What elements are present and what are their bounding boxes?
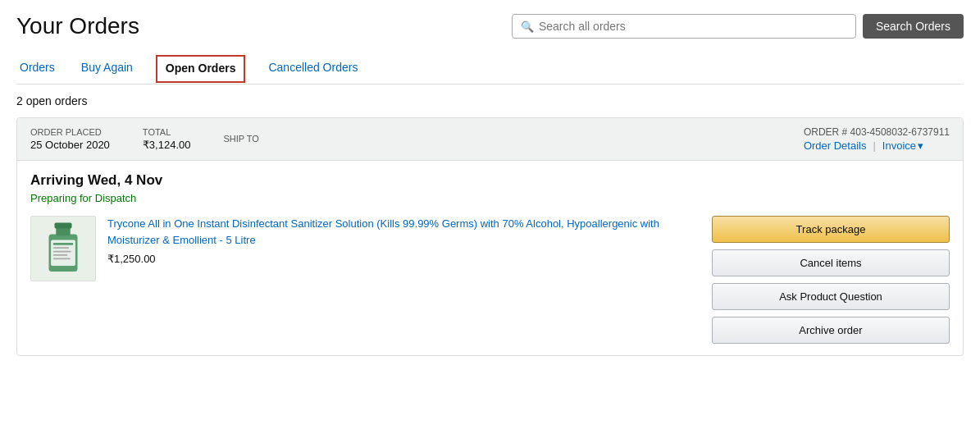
search-orders-button[interactable]: Search Orders: [863, 14, 964, 39]
archive-order-button[interactable]: Archive order: [712, 317, 950, 344]
search-box: 🔍: [512, 14, 856, 39]
page-title: Your Orders: [16, 13, 139, 39]
product-image-svg: [39, 220, 88, 277]
dispatch-status: Preparing for Dispatch: [30, 192, 950, 204]
product-image: [30, 216, 96, 281]
order-action-links: Order Details | Invoice ▾: [804, 139, 950, 152]
order-details-link[interactable]: Order Details: [804, 139, 867, 152]
cancel-items-button[interactable]: Cancel items: [712, 249, 950, 276]
svg-rect-2: [55, 223, 72, 229]
tab-orders[interactable]: Orders: [16, 53, 58, 84]
ask-product-question-button[interactable]: Ask Product Question: [712, 283, 950, 310]
page-header: Your Orders 🔍 Search Orders: [16, 13, 964, 39]
svg-rect-4: [53, 243, 74, 245]
chevron-down-icon: ▾: [918, 139, 923, 152]
order-total-value: ₹3,124.00: [143, 139, 191, 151]
order-total-label: TOTAL: [143, 127, 191, 137]
invoice-label: Invoice: [882, 139, 916, 152]
order-number-section: ORDER # 403-4508032-6737911 Order Detail…: [804, 126, 950, 152]
order-ship-to-section: SHIP TO: [223, 134, 258, 145]
track-package-button[interactable]: Track package: [712, 216, 950, 243]
order-number: ORDER # 403-4508032-6737911: [804, 126, 950, 138]
tab-cancelled-orders[interactable]: Cancelled Orders: [265, 53, 361, 84]
order-total-section: TOTAL ₹3,124.00: [143, 127, 191, 151]
order-placed-label: ORDER PLACED: [30, 127, 110, 137]
tabs-nav: Orders Buy Again Open Orders Cancelled O…: [16, 53, 964, 84]
tab-open-orders[interactable]: Open Orders: [156, 55, 246, 83]
product-name[interactable]: Trycone All in One Instant Disinfectant …: [107, 216, 695, 248]
order-placed-section: ORDER PLACED 25 October 2020: [30, 127, 110, 151]
order-placed-value: 25 October 2020: [30, 139, 110, 151]
order-count: 2 open orders: [16, 94, 964, 107]
order-content: Trycone All in One Instant Disinfectant …: [30, 216, 950, 344]
invoice-dropdown[interactable]: Invoice ▾: [882, 139, 923, 152]
search-input[interactable]: [539, 20, 847, 33]
search-area: 🔍 Search Orders: [512, 14, 964, 39]
svg-rect-7: [53, 254, 68, 256]
product-section: Trycone All in One Instant Disinfectant …: [30, 216, 695, 281]
order-card: ORDER PLACED 25 October 2020 TOTAL ₹3,12…: [16, 117, 964, 356]
svg-rect-8: [53, 258, 71, 259]
svg-rect-6: [53, 251, 71, 253]
product-info: Trycone All in One Instant Disinfectant …: [107, 216, 695, 281]
arrival-title: Arriving Wed, 4 Nov: [30, 172, 950, 189]
search-icon: 🔍: [521, 21, 534, 33]
product-price: ₹1,250.00: [107, 253, 695, 265]
tab-buy-again[interactable]: Buy Again: [78, 53, 136, 84]
svg-rect-5: [53, 247, 69, 249]
order-header: ORDER PLACED 25 October 2020 TOTAL ₹3,12…: [17, 118, 963, 161]
order-body: Arriving Wed, 4 Nov Preparing for Dispat…: [17, 161, 963, 355]
action-buttons: Track package Cancel items Ask Product Q…: [712, 216, 950, 344]
order-ship-to-label: SHIP TO: [223, 134, 258, 144]
pipe-divider: |: [873, 139, 875, 152]
